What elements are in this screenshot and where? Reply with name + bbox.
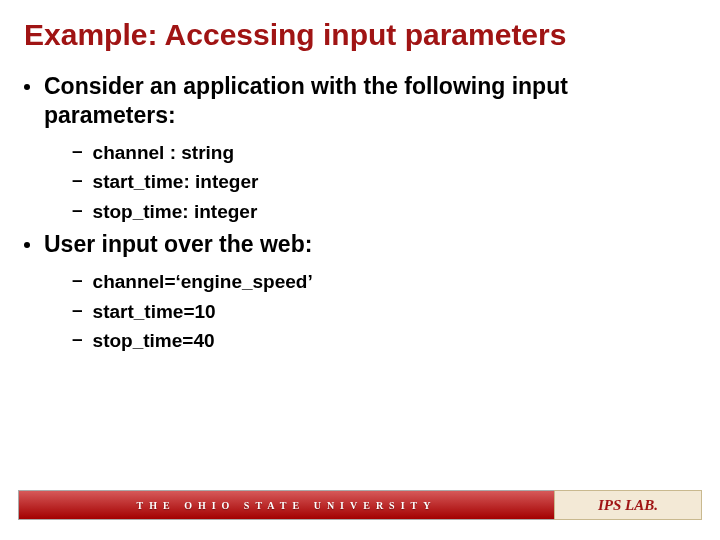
bullet-level-2: – stop_time=40	[72, 328, 696, 354]
footer-bar: THE OHIO STATE UNIVERSITY IPS LAB.	[18, 490, 702, 520]
lab-name: IPS LAB.	[598, 497, 658, 514]
bullet-dash-icon: –	[72, 269, 83, 291]
bullet-text: channel=‘engine_speed’	[93, 269, 313, 295]
bullet-text: start_time=10	[93, 299, 216, 325]
footer-university: THE OHIO STATE UNIVERSITY	[18, 490, 554, 520]
bullet-dash-icon: –	[72, 328, 83, 350]
university-name: THE OHIO STATE UNIVERSITY	[137, 500, 437, 511]
bullet-level-2: – stop_time: integer	[72, 199, 696, 225]
bullet-text: stop_time: integer	[93, 199, 258, 225]
slide-content: Consider an application with the followi…	[0, 58, 720, 354]
bullet-dash-icon: –	[72, 140, 83, 162]
bullet-level-2: – start_time=10	[72, 299, 696, 325]
bullet-text: User input over the web:	[44, 230, 312, 259]
slide-title: Example: Accessing input parameters	[0, 0, 720, 58]
bullet-text: channel : string	[93, 140, 234, 166]
slide: Example: Accessing input parameters Cons…	[0, 0, 720, 540]
bullet-dash-icon: –	[72, 299, 83, 321]
bullet-dash-icon: –	[72, 169, 83, 191]
bullet-text: start_time: integer	[93, 169, 259, 195]
bullet-level-2: – channel=‘engine_speed’	[72, 269, 696, 295]
bullet-level-2: – channel : string	[72, 140, 696, 166]
bullet-text: stop_time=40	[93, 328, 215, 354]
bullet-dot-icon	[24, 242, 30, 248]
bullet-level-2: – start_time: integer	[72, 169, 696, 195]
bullet-dot-icon	[24, 84, 30, 90]
footer-lab: IPS LAB.	[554, 490, 702, 520]
bullet-level-1: User input over the web:	[24, 230, 696, 259]
bullet-text: Consider an application with the followi…	[44, 72, 696, 130]
bullet-dash-icon: –	[72, 199, 83, 221]
bullet-level-1: Consider an application with the followi…	[24, 72, 696, 130]
